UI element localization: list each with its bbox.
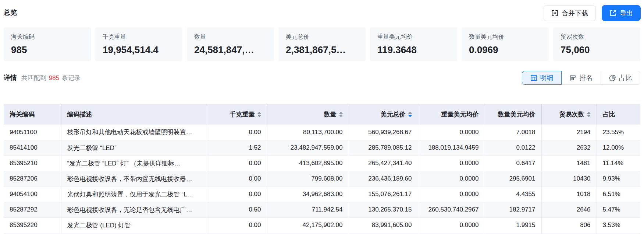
summary-card-label: 海关编码 [11, 33, 83, 41]
column-header-label: 重量美元均价 [441, 110, 479, 119]
tab-label: 排名 [580, 73, 593, 82]
table-cell: 260,530,740.2967 [418, 202, 485, 217]
table-cell: 2632 [541, 140, 597, 156]
sort-control[interactable] [587, 112, 591, 117]
column-header-label: 贸易次数 [559, 110, 584, 119]
table-row: 85287292彩色电视接收设备，无论是否包含无线电广…0.50711,942.… [4, 202, 640, 217]
tab-detail[interactable]: 明细 [522, 71, 562, 85]
column-header-cell: 海关编码 [10, 110, 55, 119]
tab-label: 明细 [540, 73, 554, 82]
column-header-cell: 千克重量 [212, 110, 261, 119]
table-cell: 0.00 [206, 217, 267, 233]
table-cell: 155,076,261.17 [349, 186, 418, 202]
table-cell: 0.6417 [485, 156, 541, 171]
column-header-cell: 美元总价 [355, 110, 412, 119]
tab-ranking[interactable]: 排名 [561, 71, 601, 85]
table-cell: 0.0000 [418, 217, 485, 233]
summary-card: 数量美元均价0.0969 [462, 27, 549, 61]
column-header-label: 美元总价 [381, 110, 406, 119]
toolbar: 合并下载 导出 [544, 5, 641, 21]
table-icon [530, 74, 537, 81]
merge-download-label: 合并下载 [562, 9, 588, 18]
tab-label: 占比 [619, 73, 632, 82]
summary-card-value: 0.0969 [469, 44, 541, 56]
summary-cards: 海关编码985千克重量19,954,514.4数量24,581,847,…美元总… [4, 27, 640, 61]
table-cell: 0.0000 [418, 125, 485, 140]
tab-proportion[interactable]: 占比 [601, 71, 640, 85]
table-cell: 0.00 [206, 156, 267, 171]
match-count: 985 [48, 74, 60, 81]
table-cell: “发光二极管 “LED” 灯” （未提供详细标… [61, 156, 206, 171]
table-cell: 799,608.00 [267, 171, 349, 186]
column-header-label: 数量美元均价 [498, 110, 536, 119]
table-row: 94051100枝形吊灯和其他电动天花板或墙壁照明装置…0.0080,113,7… [4, 125, 640, 140]
merge-download-button[interactable]: 合并下载 [544, 5, 596, 21]
table-cell: 1018 [541, 186, 597, 202]
summary-card-label: 数量 [194, 33, 267, 41]
summary-card: 重量美元均价119.3648 [370, 27, 457, 61]
column-header: 编码描述 [61, 104, 206, 125]
column-header[interactable]: 千克重量 [206, 104, 267, 125]
sort-asc-icon [339, 112, 343, 114]
table-cell: 9.93% [597, 171, 640, 186]
table-cell: 85395210 [4, 156, 61, 171]
column-header-cell: 占比 [603, 110, 635, 119]
summary-card-value: 2,381,867,5… [286, 44, 358, 56]
column-header-cell: 数量美元均价 [491, 110, 536, 119]
table-cell: 0.0122 [485, 140, 541, 156]
export-button[interactable]: 导出 [602, 5, 641, 21]
sort-desc-icon [339, 115, 343, 117]
sort-control[interactable] [339, 112, 343, 117]
details-title: 详情 [4, 73, 17, 82]
sort-control[interactable] [408, 112, 412, 117]
table-cell: 彩色电视接收设备，不带内置无线电接收器… [61, 171, 206, 186]
summary-card: 贸易次数75,060 [553, 27, 640, 61]
table-cell: 85287206 [4, 171, 61, 186]
sort-control[interactable] [257, 112, 261, 117]
records-table: 海关编码编码描述千克重量数量美元总价重量美元均价数量美元均价贸易次数占比 940… [4, 104, 640, 234]
table-cell: 23.55% [597, 125, 640, 140]
details-header: 详情 共匹配到 985 条记录 [4, 73, 81, 82]
column-header-cell: 重量美元均价 [424, 110, 479, 119]
table-cell: 1481 [541, 156, 597, 171]
sort-asc-icon [408, 112, 412, 114]
match-summary: 共匹配到 985 条记录 [21, 74, 81, 82]
column-header-label: 数量 [324, 110, 337, 119]
summary-card-value: 75,060 [561, 44, 633, 56]
summary-card-value: 24,581,847,… [194, 44, 267, 56]
column-header[interactable]: 贸易次数 [541, 104, 597, 125]
column-header: 海关编码 [4, 104, 61, 125]
table-cell: 0.00 [206, 171, 267, 186]
table-cell: 5.47% [597, 202, 640, 217]
table-cell: 0.50 [206, 202, 267, 217]
merge-cells-icon [551, 10, 558, 17]
table-cell: 94051100 [4, 125, 61, 140]
column-header[interactable]: 美元总价 [349, 104, 418, 125]
sort-asc-icon [257, 112, 261, 114]
table-cell: 806 [541, 217, 597, 233]
summary-card: 美元总价2,381,867,5… [278, 27, 366, 61]
summary-card-value: 119.3648 [377, 44, 450, 56]
table-cell: 0.00 [206, 125, 267, 140]
table-cell: 1.9915 [485, 217, 541, 233]
table-cell: 85395220 [4, 217, 61, 233]
table-cell: 265,427,341.40 [349, 156, 418, 171]
column-header-label: 海关编码 [10, 110, 35, 119]
table-cell: 23,482,947,559.00 [267, 140, 349, 156]
table-cell: 94054100 [4, 186, 61, 202]
sort-desc-icon [587, 115, 591, 117]
table-row: 85395210“发光二极管 “LED” 灯” （未提供详细标…0.00413,… [4, 156, 640, 171]
column-header-cell: 编码描述 [67, 110, 200, 119]
table-row: 85395220发光二极管 (LED) 灯管0.0042,175,902.008… [4, 217, 640, 233]
summary-card-label: 千克重量 [103, 33, 175, 41]
summary-card-label: 数量美元均价 [469, 33, 541, 41]
pie-icon [609, 74, 616, 81]
table-cell: 11.14% [597, 156, 640, 171]
column-header[interactable]: 数量 [267, 104, 349, 125]
table-cell: 85287292 [4, 202, 61, 217]
table-cell: 2194 [541, 125, 597, 140]
ranking-icon [570, 74, 577, 81]
column-header-label: 编码描述 [67, 110, 92, 119]
table-head: 海关编码编码描述千克重量数量美元总价重量美元均价数量美元均价贸易次数占比 [4, 104, 640, 125]
table-cell: 光伏灯具和照明装置，仅用于发光二极管 “L… [61, 186, 206, 202]
